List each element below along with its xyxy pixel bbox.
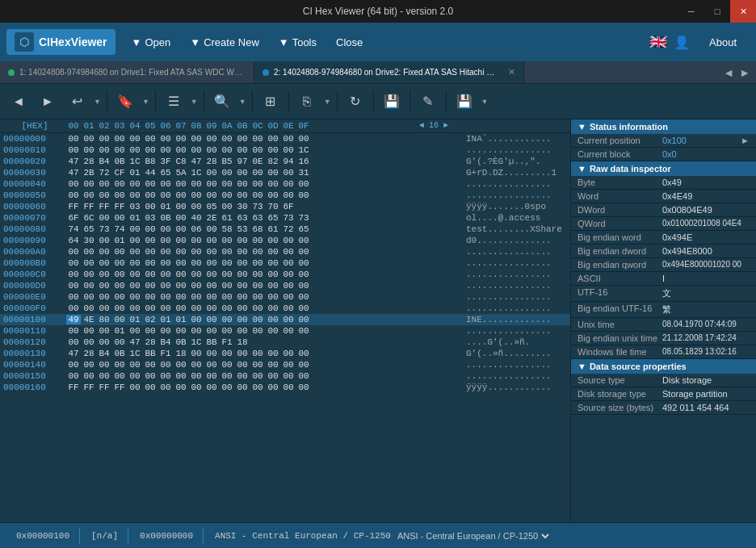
hex-byte[interactable]: 00	[97, 281, 111, 291]
hex-byte[interactable]: 53	[235, 224, 250, 234]
hex-byte[interactable]: 72	[97, 168, 111, 178]
hex-byte[interactable]: 00	[128, 303, 142, 313]
status-encoding[interactable]: ANSI - Central European / CP-1250 ANSI -…	[205, 527, 561, 545]
hex-byte[interactable]: 00	[66, 247, 81, 257]
hex-byte[interactable]: 00	[250, 247, 265, 257]
hex-byte[interactable]: 00	[97, 371, 111, 381]
hex-byte[interactable]: 00	[220, 349, 234, 358]
hex-byte[interactable]: 01	[128, 315, 142, 324]
table-row[interactable]: 0000014000000000000000000000000000000000…	[0, 359, 570, 370]
hex-byte[interactable]: 00	[174, 270, 188, 279]
hex-byte[interactable]: 01	[158, 202, 173, 211]
tab-2[interactable]: 2: 14024808-974984680 on Drive2: Fixed A…	[254, 61, 524, 83]
hex-byte[interactable]: 30	[235, 202, 250, 211]
hex-byte[interactable]: 00	[97, 326, 111, 336]
hex-byte[interactable]: 94	[281, 157, 296, 166]
hex-byte[interactable]: 03	[143, 213, 158, 223]
hex-byte[interactable]: 00	[128, 360, 142, 370]
hex-byte[interactable]: 00	[266, 168, 280, 178]
hex-byte[interactable]: 00	[128, 292, 142, 302]
hex-byte[interactable]: 00	[204, 315, 219, 324]
hex-byte[interactable]: 00	[220, 179, 234, 189]
hex-byte[interactable]: 16	[296, 157, 311, 166]
hex-byte[interactable]: 18	[235, 337, 250, 347]
hex-byte[interactable]: 00	[158, 281, 173, 291]
hex-byte[interactable]: 00	[97, 134, 111, 144]
hex-byte[interactable]: 00	[204, 292, 219, 302]
hex-byte[interactable]: 00	[66, 303, 81, 313]
hex-byte[interactable]: 00	[189, 383, 204, 392]
list-button[interactable]: ☰	[160, 88, 187, 115]
hex-byte[interactable]: 00	[296, 270, 311, 279]
table-row[interactable]: 0000015000000000000000000000000000000000…	[0, 370, 570, 382]
hex-byte[interactable]: 1C	[128, 157, 142, 166]
hex-byte[interactable]: 00	[220, 360, 234, 370]
hex-byte[interactable]: 68	[250, 224, 265, 234]
hex-byte[interactable]: 01	[174, 315, 188, 324]
hex-byte[interactable]: 65	[158, 168, 173, 178]
history-arrow[interactable]: ▼	[92, 96, 103, 107]
hex-byte[interactable]: 00	[174, 202, 188, 211]
hex-byte[interactable]: FF	[82, 383, 96, 392]
hex-byte[interactable]: 00	[204, 224, 219, 234]
table-row[interactable]: 0000011000000001000000000000000000000000…	[0, 325, 570, 337]
hex-byte[interactable]: 00	[266, 236, 280, 245]
hex-byte[interactable]: 00	[97, 236, 111, 245]
table-row[interactable]: 000000B000000000000000000000000000000000…	[0, 257, 570, 269]
hex-byte[interactable]: 00	[112, 360, 127, 370]
hex-byte[interactable]: 00	[235, 258, 250, 268]
table-row[interactable]: 00000160FFFFFFFF000000000000000000000000…	[0, 382, 570, 393]
hex-byte[interactable]: 0E	[250, 157, 265, 166]
hex-byte[interactable]: 44	[143, 168, 158, 178]
hex-byte[interactable]: 00	[112, 134, 127, 144]
hex-byte[interactable]: 00	[66, 134, 81, 144]
grid-button[interactable]: ⊞	[257, 88, 284, 115]
menu-open[interactable]: ▼ Open	[122, 31, 181, 53]
hex-byte[interactable]: 00	[158, 270, 173, 279]
hex-byte[interactable]: 00	[112, 145, 127, 155]
hex-byte[interactable]: 00	[97, 247, 111, 257]
hex-byte[interactable]: 00	[112, 270, 127, 279]
hex-byte[interactable]: 00	[82, 292, 96, 302]
table-row[interactable]: 00000030472B72CF0144655A1C00000000000031…	[0, 167, 570, 178]
hex-byte[interactable]: 00	[143, 292, 158, 302]
hex-byte[interactable]: 00	[189, 202, 204, 211]
hex-byte[interactable]: 00	[128, 179, 142, 189]
hex-byte[interactable]: 00	[250, 281, 265, 291]
hex-byte[interactable]: 00	[66, 360, 81, 370]
hex-byte[interactable]: 00	[143, 190, 158, 200]
hex-byte[interactable]: 00	[281, 315, 296, 324]
hex-byte[interactable]: 00	[250, 326, 265, 336]
hex-byte[interactable]: 00	[204, 258, 219, 268]
table-row[interactable]: 0000000000000000000000000000000000000000…	[0, 133, 570, 144]
hex-byte[interactable]: 00	[266, 247, 280, 257]
hex-byte[interactable]: 00	[220, 281, 234, 291]
hex-byte[interactable]: 00	[97, 303, 111, 313]
hex-byte[interactable]: 00	[97, 190, 111, 200]
hex-byte[interactable]: 00	[158, 258, 173, 268]
hex-byte[interactable]: 00	[235, 303, 250, 313]
hex-byte[interactable]: 00	[82, 179, 96, 189]
hex-byte[interactable]: 00	[281, 292, 296, 302]
hex-byte[interactable]: 00	[112, 258, 127, 268]
hex-byte[interactable]: 00	[296, 134, 311, 144]
hex-byte[interactable]: 58	[220, 224, 234, 234]
hex-byte[interactable]: 00	[128, 258, 142, 268]
hex-byte[interactable]: 00	[158, 224, 173, 234]
table-row[interactable]: 000000F000000000000000000000000000000000…	[0, 303, 570, 314]
hex-byte[interactable]: 00	[158, 134, 173, 144]
hex-byte[interactable]: 00	[250, 134, 265, 144]
table-row[interactable]: 00000100494E8000010201010000000000000000…	[0, 314, 570, 325]
hex-byte[interactable]: 00	[250, 315, 265, 324]
hex-byte[interactable]: 63	[250, 213, 265, 223]
table-row[interactable]: 000000204728B40B1CB83FC84728B5970E829416…	[0, 156, 570, 167]
menu-create-new[interactable]: ▼ Create New	[180, 31, 269, 53]
back-button[interactable]: ◄	[5, 88, 32, 115]
hex-byte[interactable]: 00	[296, 360, 311, 370]
hex-byte[interactable]: 00	[66, 179, 81, 189]
table-row[interactable]: 000001304728B40B1CBBF1180000000000000000…	[0, 348, 570, 359]
list-arrow[interactable]: ▼	[189, 96, 200, 107]
user-icon[interactable]: 👤	[667, 30, 696, 55]
hex-byte[interactable]: 00	[281, 179, 296, 189]
hex-byte[interactable]: 0B	[158, 213, 173, 223]
